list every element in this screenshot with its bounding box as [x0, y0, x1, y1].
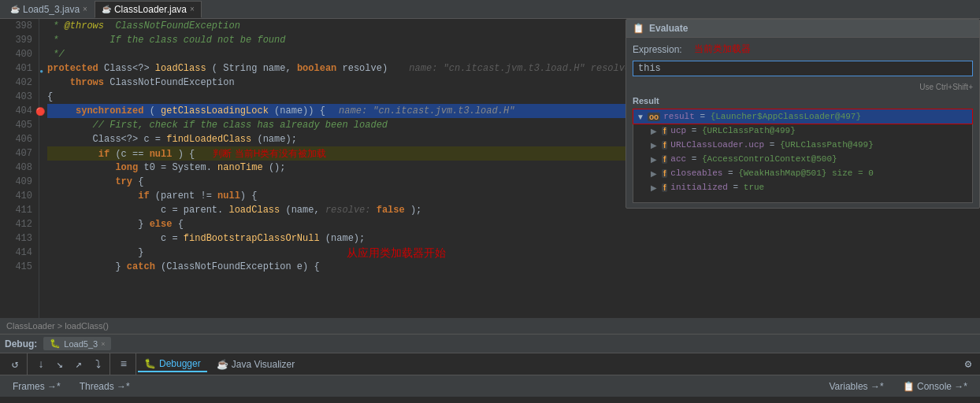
ln-414: 414	[0, 246, 32, 260]
evaluate-panel: 📋 Evaluate Expression: 当前类加载器 Use Ctrl+S…	[625, 19, 980, 209]
result-row-1[interactable]: ▶ f ucp = {URLClassPath@499}	[633, 124, 972, 138]
run-to-cursor-button[interactable]: ⤵	[89, 356, 106, 373]
ln-413: 413	[0, 231, 32, 246]
ln-410: 410	[0, 189, 32, 203]
ln-415: 415	[0, 260, 32, 274]
result-tree: ▼ oo result = {Launcher$AppClassLoader@4…	[633, 109, 973, 203]
tree-arrow-3[interactable]: ▶	[651, 155, 659, 164]
result-row-3[interactable]: ▶ f acc = {AccessControlContext@500}	[633, 152, 972, 166]
ln-402: 402	[0, 76, 32, 90]
ln-404: 404	[0, 104, 32, 118]
debug-bar: Debug: 🐛 Load5_3 ×	[0, 334, 980, 353]
ln-403: 403	[0, 90, 32, 104]
evaluate-icon: 📋	[633, 23, 644, 34]
tree-arrow-5[interactable]: ▶	[651, 183, 659, 192]
field-icon-5: f	[662, 183, 667, 192]
evaluate-title-bar: 📋 Evaluate	[626, 20, 979, 38]
code-line-412: } else {	[47, 217, 980, 231]
result-text-1: ucp = {URLClassPath@499}	[670, 126, 795, 135]
tab-classloader-close[interactable]: ×	[190, 5, 195, 13]
tab-java-visualizer[interactable]: ☕ Java Visualizer	[210, 357, 301, 372]
debugger-icon: 🐛	[144, 358, 156, 369]
debug-session-label: Load5_3	[64, 339, 98, 349]
step-out-button[interactable]: ↗	[70, 356, 87, 373]
field-icon-1: f	[662, 127, 667, 135]
restart-button[interactable]: ↺	[6, 356, 24, 373]
debug-session-close[interactable]: ×	[101, 340, 105, 348]
debug-session-icon: 🐛	[50, 338, 61, 349]
field-icon-2: f	[662, 141, 667, 150]
result-row-2[interactable]: ▶ f URLClassLoader.ucp = {URLClassPath@4…	[633, 138, 972, 152]
tab-classloader-label: ClassLoader.java	[114, 4, 187, 15]
tab-load5[interactable]: ☕ Load5_3.java ×	[3, 1, 95, 18]
result-row-5[interactable]: ▶ f initialized = true	[633, 180, 972, 194]
field-icon-0: oo	[648, 113, 660, 121]
result-text-0: result = {Launcher$AppClassLoader@497}	[663, 112, 861, 121]
tab-load5-label: Load5_3.java	[23, 4, 80, 15]
debug-label: Debug:	[5, 338, 37, 349]
ln-398: 398	[0, 19, 32, 33]
code-line-414: }	[47, 246, 980, 260]
result-text-5: initialized = true	[670, 183, 764, 192]
variables-tab[interactable]: Variables →*	[822, 379, 889, 394]
code-line-413: c = findBootstrapClassOrNull (name);	[47, 231, 980, 246]
toolbar-tabs-container: 🐛 Debugger ☕ Java Visualizer ⚙	[138, 356, 977, 373]
cn-annotation-from: 从应用类加载器开始	[347, 246, 446, 260]
frames-tab[interactable]: Frames →*	[6, 379, 67, 394]
evaluate-input[interactable]	[633, 61, 973, 76]
tab-debugger[interactable]: 🐛 Debugger	[138, 357, 207, 372]
toolbar-section-nav: ↓ ↘ ↗ ⤵	[29, 353, 110, 375]
field-icon-4: f	[662, 169, 667, 178]
step-into-button[interactable]: ↘	[51, 356, 69, 373]
ln-412: 412	[0, 217, 32, 231]
tab-bar: ☕ Load5_3.java × ☕ ClassLoader.java ×	[0, 0, 980, 19]
status-bar: Frames →* Threads →* Variables →* 📋 Cons…	[0, 375, 980, 397]
debugger-toolbar: ↺ ↓ ↘ ↗ ⤵ ≡ 🐛 Debugger ☕ Java Visualizer…	[0, 353, 980, 375]
line-numbers: 398 399 400 401 402 403 404 405 406 407 …	[0, 19, 39, 318]
toolbar-section-left: ↺	[3, 353, 28, 375]
debug-session-tab[interactable]: 🐛 Load5_3 ×	[43, 337, 111, 350]
threads-label: Threads →*	[80, 381, 130, 392]
evaluate-expression-row: Expression: 当前类加载器	[633, 43, 973, 56]
variables-label: Variables →*	[829, 381, 883, 392]
result-row-4[interactable]: ▶ f closeables = {WeakHashMap@501} size …	[633, 166, 972, 180]
visualizer-label: Java Visualizer	[232, 359, 295, 370]
main-window: ☕ Load5_3.java × ☕ ClassLoader.java × 39…	[0, 0, 980, 397]
breadcrumb-bar: ClassLoader > loadClass()	[0, 318, 980, 334]
frames-label: Frames →*	[13, 381, 61, 392]
result-text-2: URLClassLoader.ucp = {URLClassPath@499}	[670, 140, 873, 150]
tree-arrow-4[interactable]: ▶	[651, 169, 659, 178]
threads-tab[interactable]: Threads →*	[73, 379, 136, 394]
evaluate-input-row: Use Ctrl+Shift+	[633, 61, 973, 91]
ln-409: 409	[0, 175, 32, 189]
ln-407: 407 →	[0, 146, 32, 161]
debugger-label: Debugger	[159, 358, 201, 369]
evaluate-title-label: Evaluate	[649, 23, 688, 34]
tree-arrow-1[interactable]: ▶	[651, 127, 659, 135]
eval-button[interactable]: ≡	[115, 356, 132, 373]
tab-classloader[interactable]: ☕ ClassLoader.java ×	[95, 1, 202, 18]
evaluate-body: Expression: 当前类加载器 Use Ctrl+Shift+ Resul…	[626, 38, 979, 208]
tab-load5-close[interactable]: ×	[83, 5, 87, 13]
visualizer-icon: ☕	[217, 359, 228, 370]
console-tab[interactable]: 📋 Console →*	[896, 379, 974, 394]
result-label: Result	[633, 96, 973, 105]
ln-400: 400	[0, 47, 32, 61]
result-row-0[interactable]: ▼ oo result = {Launcher$AppClassLoader@4…	[633, 109, 972, 124]
ln-408: 408	[0, 161, 32, 175]
tree-arrow-0[interactable]: ▼	[637, 113, 644, 121]
field-icon-3: f	[662, 155, 667, 164]
expression-annotation: 当前类加载器	[694, 43, 751, 56]
tree-arrow-2[interactable]: ▶	[651, 141, 659, 150]
ln-405: 405	[0, 118, 32, 132]
evaluate-hint: Use Ctrl+Shift+	[633, 83, 973, 91]
result-section: Result ▼ oo result = {Launcher$AppClassL…	[633, 96, 973, 203]
tab-classloader-icon: ☕	[102, 5, 111, 13]
show-options-button[interactable]: ⚙	[960, 356, 977, 373]
step-over-button[interactable]: ↓	[32, 356, 50, 373]
tab-load5-icon: ☕	[10, 5, 20, 13]
result-text-4: closeables = {WeakHashMap@501} size = 0	[670, 168, 873, 178]
ln-406: 406	[0, 132, 32, 146]
ln-411: 411	[0, 203, 32, 217]
result-text-3: acc = {AccessControlContext@500}	[670, 154, 837, 164]
